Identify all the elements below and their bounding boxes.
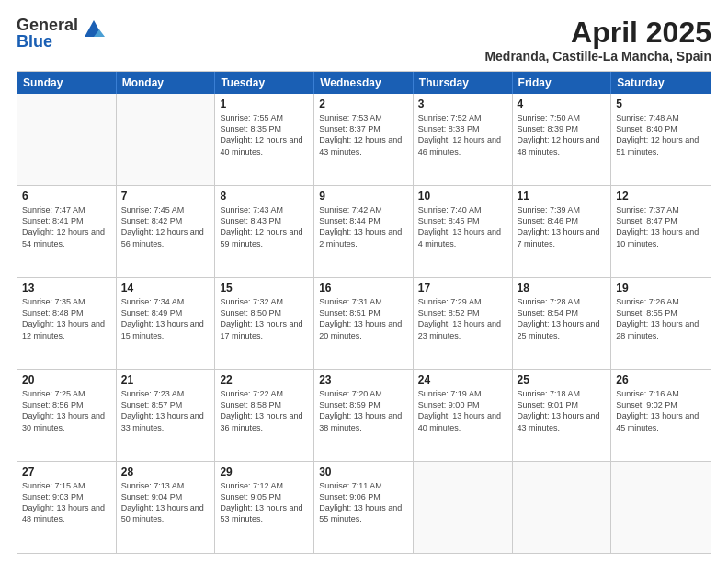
day-info: Sunrise: 7:11 AM Sunset: 9:06 PM Dayligh… [319, 480, 408, 525]
calendar-cell: 1Sunrise: 7:55 AM Sunset: 8:35 PM Daylig… [215, 94, 314, 185]
day-info: Sunrise: 7:20 AM Sunset: 8:59 PM Dayligh… [319, 388, 408, 433]
day-info: Sunrise: 7:52 AM Sunset: 8:38 PM Dayligh… [418, 112, 507, 157]
day-info: Sunrise: 7:42 AM Sunset: 8:44 PM Dayligh… [319, 204, 408, 249]
day-info: Sunrise: 7:50 AM Sunset: 8:39 PM Dayligh… [518, 112, 607, 157]
day-info: Sunrise: 7:12 AM Sunset: 9:05 PM Dayligh… [220, 480, 309, 525]
day-number: 16 [319, 282, 408, 294]
day-number: 28 [121, 465, 210, 478]
calendar-cell: 14Sunrise: 7:34 AM Sunset: 8:49 PM Dayli… [117, 278, 216, 369]
calendar-cell: 28Sunrise: 7:13 AM Sunset: 9:04 PM Dayli… [117, 462, 216, 553]
day-info: Sunrise: 7:55 AM Sunset: 8:35 PM Dayligh… [220, 112, 309, 157]
logo: General Blue [17, 17, 107, 50]
calendar-cell: 4Sunrise: 7:50 AM Sunset: 8:39 PM Daylig… [513, 94, 612, 185]
day-number: 27 [22, 465, 111, 478]
day-info: Sunrise: 7:47 AM Sunset: 8:41 PM Dayligh… [22, 204, 111, 249]
day-number: 9 [319, 190, 408, 202]
day-info: Sunrise: 7:23 AM Sunset: 8:57 PM Dayligh… [121, 388, 210, 433]
day-number: 25 [518, 373, 607, 386]
calendar-cell: 29Sunrise: 7:12 AM Sunset: 9:05 PM Dayli… [215, 462, 314, 553]
logo-general: General [17, 17, 78, 33]
day-info: Sunrise: 7:40 AM Sunset: 8:45 PM Dayligh… [418, 204, 507, 249]
calendar-cell: 13Sunrise: 7:35 AM Sunset: 8:48 PM Dayli… [17, 278, 117, 369]
header-cell-friday: Friday [513, 72, 612, 94]
calendar-cell: 27Sunrise: 7:15 AM Sunset: 9:03 PM Dayli… [17, 462, 117, 553]
logo-icon [81, 17, 107, 42]
calendar-row-3: 20Sunrise: 7:25 AM Sunset: 8:56 PM Dayli… [17, 369, 711, 461]
day-info: Sunrise: 7:22 AM Sunset: 8:58 PM Dayligh… [220, 388, 309, 433]
header-cell-saturday: Saturday [611, 72, 711, 94]
day-number: 15 [220, 282, 309, 294]
calendar-cell: 2Sunrise: 7:53 AM Sunset: 8:37 PM Daylig… [314, 94, 414, 185]
day-info: Sunrise: 7:37 AM Sunset: 8:47 PM Dayligh… [616, 204, 706, 249]
day-info: Sunrise: 7:34 AM Sunset: 8:49 PM Dayligh… [121, 296, 210, 341]
logo-blue: Blue [17, 33, 78, 50]
calendar-cell: 12Sunrise: 7:37 AM Sunset: 8:47 PM Dayli… [611, 186, 711, 277]
calendar-cell: 26Sunrise: 7:16 AM Sunset: 9:02 PM Dayli… [611, 370, 711, 461]
day-number: 5 [616, 98, 706, 110]
day-number: 21 [121, 373, 210, 386]
calendar-cell [17, 94, 117, 185]
logo-text: General Blue [17, 17, 78, 50]
calendar-cell: 22Sunrise: 7:22 AM Sunset: 8:58 PM Dayli… [215, 370, 314, 461]
calendar-cell: 23Sunrise: 7:20 AM Sunset: 8:59 PM Dayli… [314, 370, 414, 461]
calendar-cell: 11Sunrise: 7:39 AM Sunset: 8:46 PM Dayli… [513, 186, 612, 277]
calendar-cell: 16Sunrise: 7:31 AM Sunset: 8:51 PM Dayli… [314, 278, 414, 369]
day-info: Sunrise: 7:29 AM Sunset: 8:52 PM Dayligh… [418, 296, 507, 341]
day-info: Sunrise: 7:15 AM Sunset: 9:03 PM Dayligh… [22, 480, 111, 525]
calendar-cell: 9Sunrise: 7:42 AM Sunset: 8:44 PM Daylig… [314, 186, 414, 277]
day-number: 1 [220, 98, 309, 110]
day-info: Sunrise: 7:25 AM Sunset: 8:56 PM Dayligh… [22, 388, 111, 433]
day-info: Sunrise: 7:19 AM Sunset: 9:00 PM Dayligh… [418, 388, 507, 433]
calendar-cell: 25Sunrise: 7:18 AM Sunset: 9:01 PM Dayli… [513, 370, 612, 461]
calendar-cell: 20Sunrise: 7:25 AM Sunset: 8:56 PM Dayli… [17, 370, 117, 461]
day-info: Sunrise: 7:18 AM Sunset: 9:01 PM Dayligh… [518, 388, 607, 433]
header: General Blue April 2025 Medranda, Castil… [17, 17, 711, 63]
calendar-cell: 18Sunrise: 7:28 AM Sunset: 8:54 PM Dayli… [513, 278, 612, 369]
day-number: 24 [418, 373, 507, 386]
calendar-cell [611, 462, 711, 553]
month-title: April 2025 [484, 17, 711, 49]
calendar-cell [117, 94, 216, 185]
calendar-cell: 5Sunrise: 7:48 AM Sunset: 8:40 PM Daylig… [611, 94, 711, 185]
day-number: 11 [518, 190, 607, 202]
calendar-cell: 3Sunrise: 7:52 AM Sunset: 8:38 PM Daylig… [414, 94, 513, 185]
day-number: 23 [319, 373, 408, 386]
calendar-row-2: 13Sunrise: 7:35 AM Sunset: 8:48 PM Dayli… [17, 277, 711, 369]
day-number: 22 [220, 373, 309, 386]
day-number: 19 [616, 282, 706, 294]
calendar-row-1: 6Sunrise: 7:47 AM Sunset: 8:41 PM Daylig… [17, 185, 711, 277]
page: General Blue April 2025 Medranda, Castil… [0, 0, 728, 563]
day-info: Sunrise: 7:13 AM Sunset: 9:04 PM Dayligh… [121, 480, 210, 525]
day-info: Sunrise: 7:26 AM Sunset: 8:55 PM Dayligh… [616, 296, 706, 341]
calendar-cell: 6Sunrise: 7:47 AM Sunset: 8:41 PM Daylig… [17, 186, 117, 277]
calendar-cell: 15Sunrise: 7:32 AM Sunset: 8:50 PM Dayli… [215, 278, 314, 369]
header-cell-sunday: Sunday [17, 72, 117, 94]
day-number: 8 [220, 190, 309, 202]
calendar-cell: 30Sunrise: 7:11 AM Sunset: 9:06 PM Dayli… [314, 462, 414, 553]
calendar-cell [414, 462, 513, 553]
calendar-cell: 7Sunrise: 7:45 AM Sunset: 8:42 PM Daylig… [117, 186, 216, 277]
calendar-body: 1Sunrise: 7:55 AM Sunset: 8:35 PM Daylig… [17, 94, 711, 553]
calendar: SundayMondayTuesdayWednesdayThursdayFrid… [17, 71, 711, 554]
calendar-header: SundayMondayTuesdayWednesdayThursdayFrid… [17, 72, 711, 94]
day-number: 14 [121, 282, 210, 294]
day-number: 7 [121, 190, 210, 202]
day-number: 17 [418, 282, 507, 294]
day-number: 2 [319, 98, 408, 110]
day-info: Sunrise: 7:31 AM Sunset: 8:51 PM Dayligh… [319, 296, 408, 341]
calendar-cell [513, 462, 612, 553]
day-info: Sunrise: 7:35 AM Sunset: 8:48 PM Dayligh… [22, 296, 111, 341]
header-cell-tuesday: Tuesday [215, 72, 314, 94]
day-number: 20 [22, 373, 111, 386]
day-number: 6 [22, 190, 111, 202]
calendar-cell: 21Sunrise: 7:23 AM Sunset: 8:57 PM Dayli… [117, 370, 216, 461]
header-cell-thursday: Thursday [414, 72, 513, 94]
day-info: Sunrise: 7:16 AM Sunset: 9:02 PM Dayligh… [616, 388, 706, 433]
day-number: 12 [616, 190, 706, 202]
calendar-cell: 17Sunrise: 7:29 AM Sunset: 8:52 PM Dayli… [414, 278, 513, 369]
calendar-cell: 8Sunrise: 7:43 AM Sunset: 8:43 PM Daylig… [215, 186, 314, 277]
calendar-cell: 19Sunrise: 7:26 AM Sunset: 8:55 PM Dayli… [611, 278, 711, 369]
calendar-cell: 10Sunrise: 7:40 AM Sunset: 8:45 PM Dayli… [414, 186, 513, 277]
day-info: Sunrise: 7:43 AM Sunset: 8:43 PM Dayligh… [220, 204, 309, 249]
day-number: 10 [418, 190, 507, 202]
